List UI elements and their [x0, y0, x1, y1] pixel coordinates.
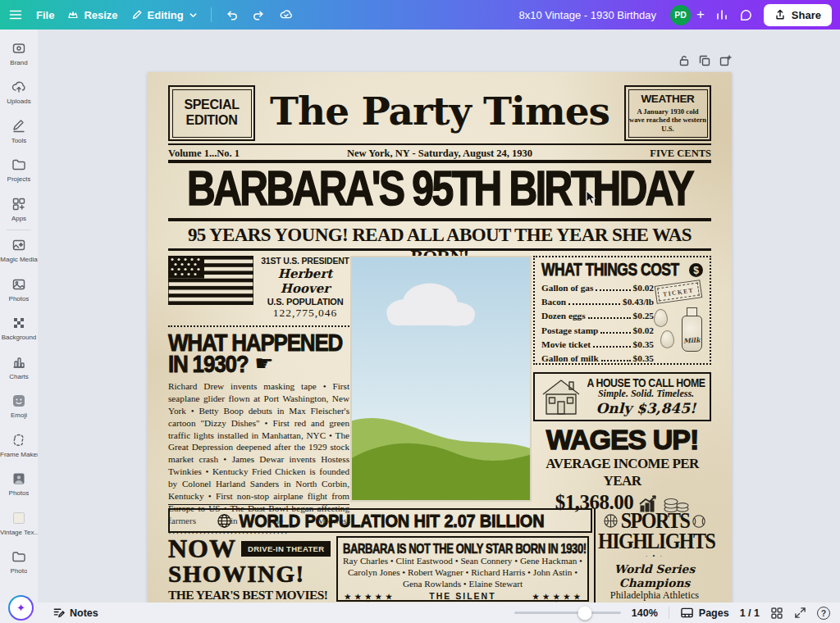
zoom-slider-thumb[interactable] [578, 606, 591, 620]
crown-icon [67, 9, 79, 20]
pages-button[interactable]: Pages [680, 607, 729, 619]
sidebar-item-photos[interactable]: Photos [0, 270, 38, 309]
sidebar-item-vintage-textures[interactable]: Vintage Tex... [0, 503, 38, 543]
costs-box[interactable]: WHAT THINGS COST $ Gallon of gas$0.02 Ba… [533, 256, 711, 365]
grid-view-icon[interactable] [770, 607, 783, 620]
population-label: U.S. POPULATION [261, 297, 349, 307]
dot-leader [596, 289, 630, 291]
sidebar-item-tools[interactable]: Tools [0, 111, 38, 151]
house-title: A HOUSE TO CALL HOME [587, 376, 705, 389]
cost-item: Dozen eggs$0.25 [541, 309, 654, 323]
best-movies-tagline: THE YEAR'S BEST MOVIES! [168, 588, 334, 603]
wages-block[interactable]: WAGES UP! AVERAGE INCOME PER YEAR $1,368… [533, 426, 711, 514]
avatar[interactable]: PD [670, 5, 691, 25]
fullscreen-icon[interactable] [794, 607, 806, 619]
newspaper-title[interactable]: The Party Times [255, 85, 624, 141]
cloud-check-icon [279, 7, 294, 22]
duplicate-page-icon[interactable] [698, 54, 711, 67]
milk-label: Milk [683, 335, 701, 344]
photo-placeholder-frame[interactable] [350, 256, 532, 502]
left-sidebar: Brand Uploads Tools Projects Apps Magic … [0, 30, 38, 603]
newspaper-masthead: SPECIAL EDITION The Party Times WEATHER … [168, 85, 711, 141]
subheadline[interactable]: 95 YEARS YOUNG! READ ALL ABOUT THE YEAR … [168, 224, 711, 246]
lock-icon[interactable] [678, 54, 691, 67]
sidebar-item-charts[interactable]: Charts [0, 348, 38, 387]
population-banner-text: WORLD POPULATION HIT 2.07 BILLION [240, 510, 545, 530]
photos-icon [11, 276, 27, 293]
comments-button[interactable] [739, 8, 753, 22]
add-page-icon[interactable] [719, 54, 732, 67]
background-icon [11, 315, 27, 331]
baseball-icon [692, 514, 706, 529]
zoom-slider[interactable] [514, 612, 621, 614]
left-column-rule [168, 504, 349, 505]
drive-in-badge: DRIVE-IN THEATER [241, 541, 331, 557]
main-menu-button[interactable] [8, 7, 23, 22]
cloud-save-status[interactable] [279, 7, 294, 22]
sidebar-item-background[interactable]: Background [0, 309, 38, 348]
sidebar-item-brand[interactable]: Brand [0, 34, 38, 73]
now-showing-block[interactable]: NOW DRIVE-IN THEATER SHOWING! THE YEAR'S… [168, 536, 334, 603]
sidebar-item-uploads[interactable]: Uploads [0, 73, 38, 112]
hamburger-icon [8, 7, 23, 22]
share-label: Share [792, 9, 821, 21]
dateline-row[interactable]: Volume 1...No. 1 New York, NY - Saturday… [168, 147, 711, 160]
sidebar-item-projects[interactable]: Projects [0, 151, 38, 190]
president-name: Herbert Hoover [261, 266, 349, 296]
editing-mode-dropdown[interactable]: Editing [131, 9, 198, 21]
canva-assistant-button[interactable]: ✦ [8, 595, 34, 621]
house-ad-box[interactable]: A HOUSE TO CALL HOME Simple. Solid. Time… [533, 372, 711, 421]
sports-block[interactable]: SPORTS HIGHLIGHTS · • · World Series Cha… [598, 511, 711, 603]
weather-title: WEATHER [641, 93, 694, 106]
document-title[interactable]: 8x10 Vintage - 1930 Birthday [518, 9, 655, 21]
dot-leader [588, 317, 631, 319]
share-button[interactable]: Share [764, 4, 832, 26]
page-indicator: 1 / 1 [740, 607, 760, 619]
notes-button[interactable]: Notes [52, 607, 98, 619]
resize-button[interactable]: Resize [67, 9, 117, 21]
dot-leader [600, 332, 630, 334]
showing-label: SHOWING! [168, 561, 334, 588]
analytics-button[interactable] [715, 8, 728, 21]
bottombar-divider [669, 607, 669, 619]
star-glyphs-right: ★ ★ ★ ★ ★ ★ [531, 593, 582, 603]
special-edition-box[interactable]: SPECIAL EDITION [168, 85, 255, 141]
cost-item: Movie ticket$0.35 [541, 338, 654, 352]
headline[interactable]: BARBARA'S 95TH BIRTHDAY [168, 165, 711, 216]
sidebar-item-photos-2[interactable]: Photos [0, 465, 38, 504]
president-block[interactable]: 31ST U.S. PRESIDENT Herbert Hoover U.S. … [168, 256, 349, 320]
toolbar-divider [211, 7, 212, 22]
zoom-level[interactable]: 140% [632, 607, 658, 619]
redo-button[interactable] [252, 8, 266, 22]
sports-ornament: · • · [598, 553, 711, 560]
stars-names: Ray Charles • Clint Eastwood • Sean Conn… [343, 555, 582, 589]
undo-icon [225, 8, 239, 22]
weather-box[interactable]: WEATHER A January 1930 cold wave reached… [624, 85, 711, 141]
wages-subtitle: AVERAGE INCOME PER YEAR [533, 455, 711, 489]
dot-leader [593, 346, 631, 348]
undo-button[interactable] [225, 8, 239, 22]
editing-label: Editing [148, 9, 184, 21]
sidebar-item-apps[interactable]: Apps [0, 189, 38, 229]
sidebar-item-photo-folder[interactable]: Photo [0, 543, 38, 582]
population-banner[interactable]: WORLD POPULATION HIT 2.07 BILLION [168, 508, 592, 533]
help-button[interactable]: ? [817, 607, 830, 620]
globe-icon [217, 513, 232, 529]
sidebar-item-magic-media[interactable]: Magic Media [0, 231, 38, 271]
what-happened-title-2[interactable]: IN 1930? [168, 352, 248, 376]
design-canvas[interactable]: SPECIAL EDITION The Party Times WEATHER … [148, 72, 732, 603]
house-price: Only $3,845! [587, 400, 705, 416]
silent-generation-label: THE SILENT GENERATION [400, 591, 526, 603]
sidebar-item-frame-maker[interactable]: Frame Maker [0, 425, 38, 465]
dot-leader [601, 360, 631, 362]
house-illustration [539, 376, 583, 417]
file-menu-button[interactable]: File [36, 9, 54, 21]
sidebar-item-emoji[interactable]: Emoji [0, 387, 38, 426]
resize-label: Resize [84, 9, 117, 21]
stars-born-box[interactable]: BARBARA IS NOT THE ONLY STAR BORN IN 193… [336, 536, 589, 602]
add-member-button[interactable]: + [696, 7, 705, 23]
world-series-label: World Series Champions [598, 562, 711, 589]
dollar-icon: $ [689, 263, 703, 277]
president-label: 31ST U.S. PRESIDENT [261, 256, 349, 266]
comment-bubble-icon [739, 8, 753, 22]
